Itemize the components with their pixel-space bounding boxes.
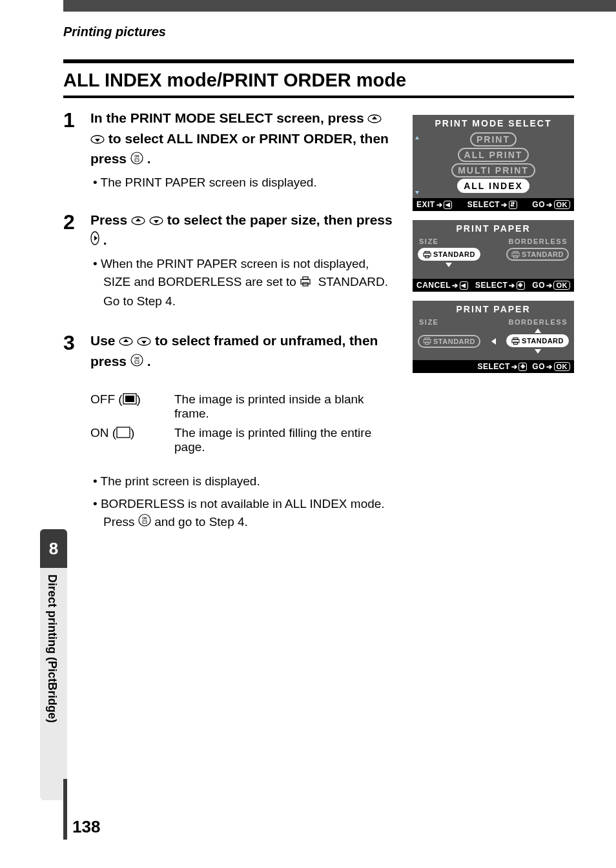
text: . [103, 232, 107, 247]
text: ) [137, 392, 141, 406]
unframed-icon [116, 427, 130, 441]
screen-title: PRINT PAPER [413, 220, 574, 236]
text: OFF ( [90, 392, 123, 406]
size-standard-pill: STANDARD [418, 335, 480, 348]
framed-icon [123, 393, 137, 408]
text: ON ( [90, 426, 116, 439]
step-3-note-1: The print screen is displayed. [90, 472, 574, 491]
step-number: 2 [63, 210, 90, 311]
chapter-label: Direct printing (PictBridge) [45, 574, 59, 723]
page-bar [63, 779, 67, 840]
down-triangle-icon [446, 263, 452, 267]
nav-key-icon: ✥ [517, 281, 525, 290]
step-1-note: The PRINT PAPER screen is displayed. [90, 174, 393, 192]
svg-rect-15 [135, 361, 139, 363]
on-desc: The image is printed filling the entire … [174, 426, 393, 454]
svg-rect-23 [425, 251, 429, 253]
printer-icon [300, 274, 311, 292]
borderless-standard-pill: STANDARD [506, 248, 569, 261]
chapter-tab: 8 Direct printing (PictBridge) [40, 529, 67, 800]
svg-text:OK: OK [134, 154, 139, 158]
breadcrumb: Printing pictures [63, 25, 166, 39]
select-label: SELECT [475, 281, 508, 290]
step-1-instruction: In the PRINT MODE SELECT screen, press t… [90, 108, 393, 170]
pill-text: STANDARD [522, 337, 564, 345]
printer-icon [511, 251, 520, 258]
page-number: 138 [72, 817, 100, 837]
rule-top [63, 59, 574, 63]
text: ) [130, 426, 134, 439]
step-3-note-2: BORDERLESS is not available in ALL INDEX… [90, 495, 574, 532]
up-arrow-icon [131, 211, 145, 230]
chapter-number: 8 [40, 529, 67, 568]
right-arrow-icon [90, 231, 99, 250]
up-arrow-icon [119, 332, 133, 351]
ok-key-icon: OK [553, 281, 570, 290]
menu-item-all-index: ALL INDEX [457, 179, 529, 193]
off-row: OFF () The image is printed inside a bla… [90, 392, 393, 421]
step-number: 3 [63, 331, 90, 454]
go-label: GO [532, 200, 545, 209]
down-arrow-icon [149, 211, 163, 230]
up-triangle-icon [535, 328, 541, 333]
borderless-standard-pill: STANDARD [506, 334, 569, 347]
step-2-instruction: Press to select the paper size, then pre… [90, 210, 393, 251]
svg-text:OK: OK [142, 516, 147, 520]
text: Press [103, 515, 138, 529]
menu-item-multi-print: MULTI PRINT [451, 163, 535, 177]
screen-print-paper-borderless: PRINT PAPER SIZE BORDERLESS STANDARD STA… [413, 301, 574, 373]
step-number: 1 [63, 108, 90, 192]
svg-rect-18 [117, 427, 130, 438]
ok-key-icon: OK [554, 200, 571, 209]
size-label: SIZE [419, 237, 438, 245]
scroll-indicator [415, 136, 417, 194]
on-label: ON () [90, 426, 174, 454]
top-bar [63, 0, 616, 12]
down-arrow-icon [90, 130, 105, 149]
rule-under-title [63, 96, 574, 98]
text: Use [90, 333, 119, 348]
left-triangle-icon [491, 338, 496, 345]
step-2-note: When the PRINT PAPER screen is not displ… [90, 255, 393, 310]
screen-mockups: PRINT MODE SELECT PRINT ALL PRINT MULTI … [413, 115, 574, 382]
svg-rect-8 [301, 279, 310, 284]
up-arrow-icon [367, 109, 382, 128]
ok-key-icon: OK [554, 362, 571, 371]
menu-item-print: PRINT [470, 132, 517, 146]
svg-rect-21 [143, 521, 147, 523]
on-row: ON () The image is printed filling the e… [90, 426, 393, 454]
ok-button-icon: OK [130, 150, 143, 170]
svg-text:OK: OK [134, 356, 139, 360]
size-label: SIZE [419, 318, 438, 326]
svg-rect-32 [513, 338, 518, 339]
ok-button-icon: OK [138, 514, 151, 532]
left-key-icon: ◀ [460, 281, 468, 290]
ok-button-icon: OK [130, 352, 143, 372]
updown-key-icon: ⇵ [509, 201, 517, 209]
select-label: SELECT [467, 200, 500, 209]
text: Press [90, 212, 131, 227]
text: . [147, 151, 151, 166]
nav-key-icon: ✥ [518, 363, 527, 371]
borderless-label: BORDERLESS [509, 318, 568, 326]
text: In the PRINT MODE SELECT screen, press [90, 110, 367, 125]
off-label: OFF () [90, 392, 174, 421]
text: . [147, 354, 151, 368]
svg-rect-17 [125, 396, 134, 402]
screen-print-mode-select: PRINT MODE SELECT PRINT ALL PRINT MULTI … [413, 115, 574, 211]
down-triangle-icon [535, 349, 541, 354]
off-desc: The image is printed inside a blank fram… [174, 392, 393, 421]
cancel-label: CANCEL [416, 281, 451, 290]
pill-text: STANDARD [522, 250, 564, 258]
text: to select the paper size, then press [167, 212, 393, 227]
text: BORDERLESS is not available in ALL INDEX… [101, 497, 385, 510]
down-arrow-icon [137, 332, 151, 351]
pill-text: STANDARD [433, 338, 475, 345]
select-label: SELECT [477, 362, 509, 371]
printer-icon [511, 338, 520, 345]
screen-print-paper-size: PRINT PAPER SIZE BORDERLESS STANDARD STA… [413, 220, 574, 292]
go-label: GO [532, 362, 545, 371]
svg-rect-9 [303, 277, 308, 279]
screen-footer: SELECT➔✥ GO➔OK [413, 360, 574, 373]
screen-footer: EXIT➔◀ SELECT➔⇵ GO➔OK [413, 198, 574, 211]
